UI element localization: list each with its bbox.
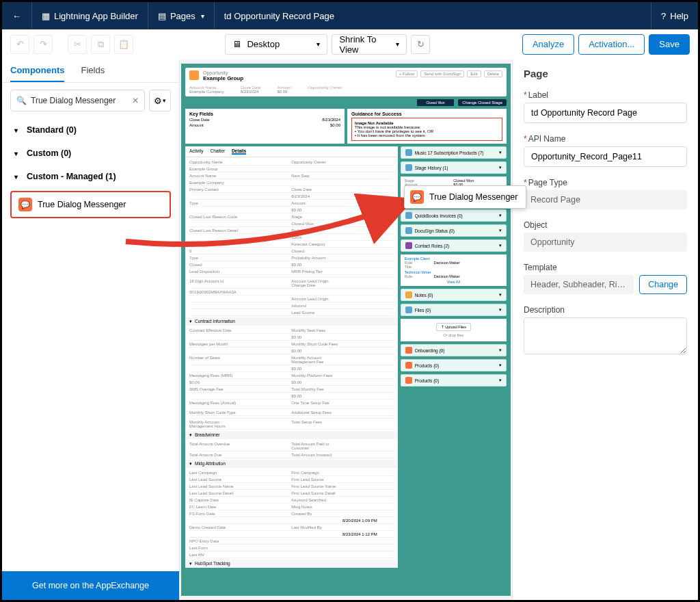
chevron-down-icon: ▾	[396, 40, 399, 48]
toolbar: ↶ ↷ ✂ ⧉ 📋 🖥Desktop▾ Shrink To View▾ ↻ An…	[2, 29, 698, 60]
related-card[interactable]: Files (0)▾	[401, 304, 507, 316]
help-button[interactable]: ? Help	[651, 2, 698, 29]
component-true-dialog[interactable]: 💬 True Dialog Messenger	[10, 191, 171, 218]
desktop-icon: 🖥	[232, 39, 241, 49]
pagetype-value: Record Page	[524, 190, 687, 209]
chevron-down-icon: ▾	[163, 97, 166, 104]
related-card[interactable]: QuickBooks Invoices (0)▾	[401, 209, 507, 222]
tab-components[interactable]: Components	[10, 60, 64, 82]
search-icon: 🔍	[16, 96, 27, 105]
left-panel: Components Fields 🔍 True Dialog Messenge…	[2, 60, 180, 600]
paste-button[interactable]: 📋	[114, 35, 133, 54]
page-title: td Opportunity Record Page	[215, 2, 344, 29]
related-card[interactable]: Stage History (1)▾	[401, 161, 507, 174]
viewport-select[interactable]: 🖥Desktop▾	[225, 34, 327, 55]
category-standard[interactable]: ▾Standard (0)	[2, 118, 179, 142]
save-button[interactable]: Save	[649, 34, 690, 55]
template-value: Header, Subheader, Right Sid...	[524, 275, 634, 294]
chevron-down-icon: ▾	[14, 150, 21, 157]
object-value: Opportunity	[524, 233, 687, 252]
page-icon: ▤	[158, 11, 166, 21]
record-header[interactable]: Opportunity Example Group + FollowSend w…	[185, 68, 507, 96]
builder-label[interactable]: ▦Lightning App Builder	[32, 2, 148, 29]
apiname-input[interactable]	[524, 146, 687, 167]
settings-button[interactable]: ⚙▾	[149, 90, 171, 112]
path[interactable]: Closed Won Change Closed Stage	[185, 99, 507, 106]
description-input[interactable]	[524, 317, 687, 354]
chevron-down-icon: ▾	[14, 127, 21, 134]
label-input[interactable]	[524, 103, 687, 123]
canvas[interactable]: Opportunity Example Group + FollowSend w…	[180, 60, 512, 600]
category-managed[interactable]: ▾Custom - Managed (1)	[2, 165, 179, 188]
activation-button[interactable]: Activation...	[578, 34, 645, 55]
change-template-button[interactable]: Change	[639, 275, 687, 294]
chevron-down-icon: ▾	[317, 40, 320, 48]
search-input[interactable]: 🔍 True Dialog Messenger ✕	[10, 90, 145, 112]
key-fields[interactable]: Key Fields Close Date8/23/2024Amount$0.0…	[185, 109, 345, 144]
refresh-button[interactable]: ↻	[411, 35, 430, 54]
guidance[interactable]: Guidance for Success Image Not Available…	[347, 109, 507, 144]
related-card[interactable]: Onboarding (0)▾	[401, 344, 507, 356]
app-icon: ▦	[42, 11, 50, 21]
related-card[interactable]: Music 17 Subscription Products (7)▾	[401, 146, 507, 159]
back-button[interactable]: ←	[2, 2, 32, 29]
chevron-down-icon: ▾	[201, 12, 204, 20]
zoom-select[interactable]: Shrink To View▾	[332, 34, 407, 55]
analyze-button[interactable]: Analyze	[522, 34, 574, 55]
panel-title: Page	[524, 68, 687, 79]
appexchange-link[interactable]: Get more on the AppExchange	[2, 571, 179, 600]
details-panel[interactable]: ActivityChatterDetails Opportunity NameO…	[185, 146, 398, 568]
chevron-down-icon: ▾	[14, 173, 21, 181]
related-card[interactable]: DocuSign Status (0)▾	[401, 224, 507, 237]
category-custom[interactable]: ▾Custom (0)	[2, 142, 179, 165]
tab-fields[interactable]: Fields	[81, 60, 105, 82]
related-card[interactable]: Products (0)▾	[401, 359, 507, 371]
chat-icon: 💬	[18, 198, 32, 211]
page-properties: Page *Label *API Name *Page Type Record …	[512, 60, 698, 600]
clear-search-icon[interactable]: ✕	[132, 96, 139, 105]
related-card[interactable]: Notes (0)▾	[401, 289, 507, 301]
related-column[interactable]: Music 17 Subscription Products (7)▾Stage…	[401, 146, 507, 568]
related-card[interactable]: Contact Roles (2)▾	[401, 239, 507, 252]
opportunity-icon	[189, 70, 199, 80]
related-card[interactable]: Products (0)▾	[401, 374, 507, 387]
copy-button[interactable]: ⧉	[91, 35, 110, 54]
pages-dropdown[interactable]: ▤Pages▾	[148, 2, 215, 29]
help-icon: ?	[661, 11, 666, 21]
gear-icon: ⚙	[154, 96, 162, 106]
change-stage-button[interactable]: Change Closed Stage	[458, 99, 507, 106]
redo-button[interactable]: ↷	[33, 35, 53, 54]
top-nav: ← ▦Lightning App Builder ▤Pages▾ td Oppo…	[2, 2, 698, 29]
undo-button[interactable]: ↶	[10, 35, 29, 54]
cut-button[interactable]: ✂	[68, 35, 87, 54]
